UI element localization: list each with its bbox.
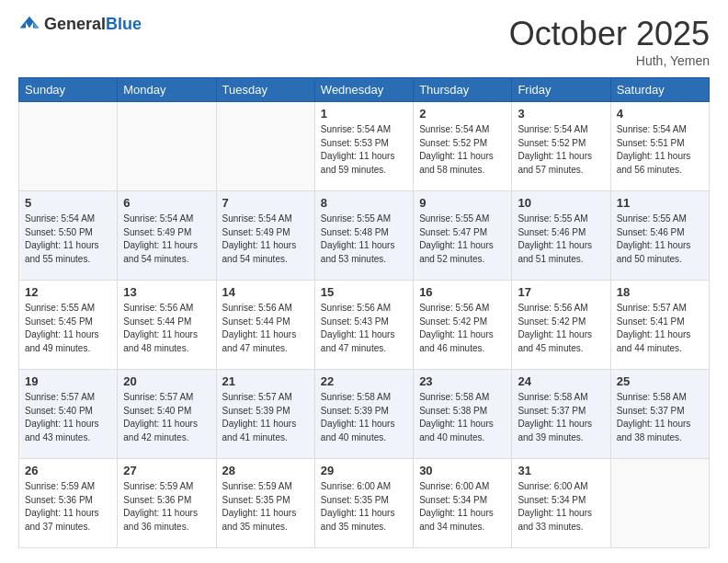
calendar-cell (610, 459, 709, 548)
header-friday: Friday (512, 78, 610, 102)
day-info: Sunrise: 5:57 AM Sunset: 5:40 PM Dayligh… (123, 391, 210, 444)
day-number: 9 (419, 196, 506, 210)
calendar-cell: 25Sunrise: 5:58 AM Sunset: 5:37 PM Dayli… (610, 370, 709, 459)
day-number: 1 (321, 107, 407, 121)
day-info: Sunrise: 6:00 AM Sunset: 5:34 PM Dayligh… (518, 480, 604, 534)
calendar-cell: 11Sunrise: 5:55 AM Sunset: 5:46 PM Dayli… (610, 191, 709, 281)
page: GeneralBlue October 2025 Huth, Yemen Sun… (0, 0, 728, 563)
calendar-cell: 15Sunrise: 5:56 AM Sunset: 5:43 PM Dayli… (314, 281, 413, 370)
calendar-week-2: 5Sunrise: 5:54 AM Sunset: 5:50 PM Daylig… (19, 191, 710, 281)
day-number: 22 (321, 374, 407, 388)
calendar-cell (19, 102, 118, 191)
day-number: 10 (518, 196, 604, 210)
calendar-cell: 23Sunrise: 5:58 AM Sunset: 5:38 PM Dayli… (414, 370, 512, 459)
calendar-cell: 19Sunrise: 5:57 AM Sunset: 5:40 PM Dayli… (19, 370, 118, 459)
calendar-week-3: 12Sunrise: 5:55 AM Sunset: 5:45 PM Dayli… (19, 281, 710, 370)
day-info: Sunrise: 5:59 AM Sunset: 5:36 PM Dayligh… (123, 480, 210, 534)
day-info: Sunrise: 5:57 AM Sunset: 5:39 PM Dayligh… (222, 391, 309, 444)
day-number: 15 (321, 285, 407, 299)
day-info: Sunrise: 5:57 AM Sunset: 5:40 PM Dayligh… (25, 391, 111, 444)
calendar-table: Sunday Monday Tuesday Wednesday Thursday… (18, 77, 710, 548)
day-info: Sunrise: 5:56 AM Sunset: 5:44 PM Dayligh… (123, 302, 210, 355)
day-number: 12 (25, 285, 111, 299)
day-number: 21 (222, 374, 309, 388)
day-info: Sunrise: 5:56 AM Sunset: 5:44 PM Dayligh… (222, 302, 309, 355)
day-number: 24 (518, 374, 604, 388)
calendar-week-1: 1Sunrise: 5:54 AM Sunset: 5:53 PM Daylig… (19, 102, 710, 191)
day-info: Sunrise: 5:56 AM Sunset: 5:43 PM Dayligh… (321, 302, 407, 355)
day-info: Sunrise: 5:56 AM Sunset: 5:42 PM Dayligh… (518, 302, 604, 355)
day-info: Sunrise: 5:55 AM Sunset: 5:45 PM Dayligh… (25, 302, 111, 355)
day-number: 26 (25, 464, 111, 477)
calendar-cell: 31Sunrise: 6:00 AM Sunset: 5:34 PM Dayli… (512, 459, 610, 548)
day-info: Sunrise: 5:58 AM Sunset: 5:38 PM Dayligh… (419, 391, 506, 444)
day-number: 30 (419, 464, 506, 477)
title-section: October 2025 Huth, Yemen (509, 15, 710, 68)
calendar-cell: 17Sunrise: 5:56 AM Sunset: 5:42 PM Dayli… (512, 281, 610, 370)
calendar-cell: 1Sunrise: 5:54 AM Sunset: 5:53 PM Daylig… (314, 102, 413, 191)
calendar-cell: 8Sunrise: 5:55 AM Sunset: 5:48 PM Daylig… (314, 191, 413, 281)
day-info: Sunrise: 5:59 AM Sunset: 5:36 PM Dayligh… (25, 480, 111, 534)
calendar-cell (216, 102, 314, 191)
day-number: 31 (518, 464, 604, 477)
day-number: 3 (518, 107, 604, 121)
day-number: 13 (123, 285, 210, 299)
day-number: 11 (617, 196, 703, 210)
day-number: 28 (222, 464, 309, 477)
day-info: Sunrise: 5:54 AM Sunset: 5:49 PM Dayligh… (222, 213, 309, 266)
day-info: Sunrise: 5:58 AM Sunset: 5:37 PM Dayligh… (617, 391, 703, 444)
day-number: 18 (617, 285, 703, 299)
day-number: 5 (25, 196, 111, 210)
day-number: 17 (518, 285, 604, 299)
day-info: Sunrise: 5:54 AM Sunset: 5:50 PM Dayligh… (25, 213, 111, 266)
day-info: Sunrise: 5:54 AM Sunset: 5:49 PM Dayligh… (123, 213, 210, 266)
calendar-cell: 2Sunrise: 5:54 AM Sunset: 5:52 PM Daylig… (414, 102, 512, 191)
header-sunday: Sunday (19, 78, 118, 102)
calendar-cell (118, 102, 216, 191)
calendar-cell: 16Sunrise: 5:56 AM Sunset: 5:42 PM Dayli… (414, 281, 512, 370)
calendar-cell: 3Sunrise: 5:54 AM Sunset: 5:52 PM Daylig… (512, 102, 610, 191)
calendar-cell: 5Sunrise: 5:54 AM Sunset: 5:50 PM Daylig… (19, 191, 118, 281)
header-thursday: Thursday (414, 78, 512, 102)
day-number: 23 (419, 374, 506, 388)
calendar-cell: 22Sunrise: 5:58 AM Sunset: 5:39 PM Dayli… (314, 370, 413, 459)
calendar-cell: 29Sunrise: 6:00 AM Sunset: 5:35 PM Dayli… (314, 459, 413, 548)
calendar-cell: 27Sunrise: 5:59 AM Sunset: 5:36 PM Dayli… (118, 459, 216, 548)
day-info: Sunrise: 5:57 AM Sunset: 5:41 PM Dayligh… (617, 302, 703, 355)
day-info: Sunrise: 5:55 AM Sunset: 5:48 PM Dayligh… (321, 213, 407, 266)
day-info: Sunrise: 5:58 AM Sunset: 5:37 PM Dayligh… (518, 391, 604, 444)
day-number: 4 (617, 107, 703, 121)
weekday-header-row: Sunday Monday Tuesday Wednesday Thursday… (19, 78, 710, 102)
calendar-cell: 10Sunrise: 5:55 AM Sunset: 5:46 PM Dayli… (512, 191, 610, 281)
day-number: 27 (123, 464, 210, 477)
calendar-cell: 7Sunrise: 5:54 AM Sunset: 5:49 PM Daylig… (216, 191, 314, 281)
day-number: 19 (25, 374, 111, 388)
calendar-cell: 26Sunrise: 5:59 AM Sunset: 5:36 PM Dayli… (19, 459, 118, 548)
header-wednesday: Wednesday (314, 78, 413, 102)
header: GeneralBlue October 2025 Huth, Yemen (18, 15, 710, 68)
day-info: Sunrise: 5:55 AM Sunset: 5:47 PM Dayligh… (419, 213, 506, 266)
logo: GeneralBlue (18, 15, 142, 34)
day-number: 14 (222, 285, 309, 299)
calendar-cell: 24Sunrise: 5:58 AM Sunset: 5:37 PM Dayli… (512, 370, 610, 459)
calendar-cell: 13Sunrise: 5:56 AM Sunset: 5:44 PM Dayli… (118, 281, 216, 370)
day-number: 16 (419, 285, 506, 299)
day-number: 29 (321, 464, 407, 477)
header-saturday: Saturday (610, 78, 709, 102)
calendar-cell: 4Sunrise: 5:54 AM Sunset: 5:51 PM Daylig… (610, 102, 709, 191)
day-number: 6 (123, 196, 210, 210)
calendar-cell: 20Sunrise: 5:57 AM Sunset: 5:40 PM Dayli… (118, 370, 216, 459)
day-number: 2 (419, 107, 506, 121)
calendar-cell: 9Sunrise: 5:55 AM Sunset: 5:47 PM Daylig… (414, 191, 512, 281)
calendar-cell: 21Sunrise: 5:57 AM Sunset: 5:39 PM Dayli… (216, 370, 314, 459)
day-number: 20 (123, 374, 210, 388)
day-info: Sunrise: 5:58 AM Sunset: 5:39 PM Dayligh… (321, 391, 407, 444)
logo-icon (18, 15, 40, 31)
logo-blue: Blue (106, 15, 142, 33)
day-info: Sunrise: 5:56 AM Sunset: 5:42 PM Dayligh… (419, 302, 506, 355)
location: Huth, Yemen (509, 53, 710, 68)
day-info: Sunrise: 6:00 AM Sunset: 5:35 PM Dayligh… (321, 480, 407, 534)
calendar-cell: 14Sunrise: 5:56 AM Sunset: 5:44 PM Dayli… (216, 281, 314, 370)
calendar-cell: 18Sunrise: 5:57 AM Sunset: 5:41 PM Dayli… (610, 281, 709, 370)
day-number: 25 (617, 374, 703, 388)
